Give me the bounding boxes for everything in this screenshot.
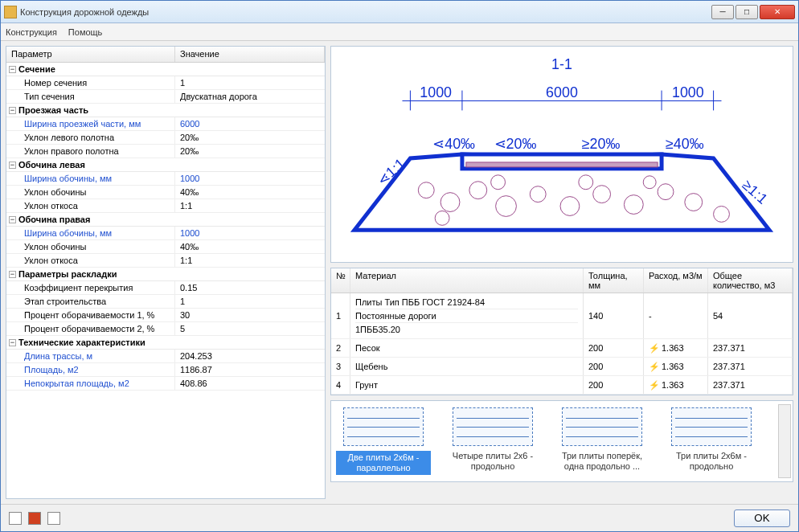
footer-icon-1[interactable] bbox=[9, 512, 22, 525]
prop-value[interactable]: 5 bbox=[175, 322, 325, 335]
svg-point-21 bbox=[560, 197, 580, 216]
pattern-thumb bbox=[343, 407, 424, 446]
group-Обочина левая[interactable]: −Обочина левая bbox=[6, 158, 325, 172]
prop-value[interactable]: 1:1 bbox=[175, 199, 325, 212]
prop-value[interactable]: Двускатная дорога bbox=[175, 90, 325, 103]
svg-point-17 bbox=[440, 193, 460, 212]
prop-row[interactable]: Уклон левого полотна20‰ bbox=[6, 131, 325, 145]
material-row[interactable]: 3Щебень200⚡1.363237.371 bbox=[331, 358, 793, 376]
pattern-option[interactable]: Три плиты поперёк, одна продольно ... bbox=[555, 407, 649, 475]
prop-row[interactable]: Ширина обочины, мм1000 bbox=[6, 172, 325, 186]
prop-label: Длина трассы, м bbox=[6, 350, 175, 362]
maximize-button[interactable]: □ bbox=[735, 5, 758, 19]
prop-label: Ширина проезжей части, мм bbox=[6, 117, 175, 130]
svg-point-26 bbox=[435, 211, 449, 225]
prop-value[interactable]: 204.253 bbox=[175, 350, 325, 362]
svg-point-23 bbox=[624, 195, 643, 215]
prop-value[interactable]: 6000 bbox=[175, 117, 325, 130]
mat-col-thickness[interactable]: Толщина, мм bbox=[584, 268, 644, 293]
group-Обочина правая[interactable]: −Обочина правая bbox=[6, 213, 325, 227]
prop-label: Уклон обочины bbox=[6, 240, 175, 253]
mat-col-n[interactable]: № bbox=[331, 268, 350, 293]
prop-row[interactable]: Уклон обочины40‰ bbox=[6, 186, 325, 199]
prop-row[interactable]: Коэффициент перекрытия0.15 bbox=[6, 281, 325, 295]
titlebar: Конструкция дорожной одежды ─ □ ✕ bbox=[1, 1, 798, 23]
pattern-thumb bbox=[671, 407, 752, 446]
prop-row[interactable]: Номер сечения1 bbox=[6, 76, 325, 90]
prop-value[interactable]: 1000 bbox=[175, 172, 325, 185]
prop-value[interactable]: 0.15 bbox=[175, 281, 325, 294]
pattern-option[interactable]: Четыре плиты 2х6 - продольно bbox=[445, 407, 540, 475]
pattern-option[interactable]: Две плиты 2х6м - параллельно bbox=[336, 407, 431, 475]
prop-value[interactable]: 1:1 bbox=[175, 254, 325, 267]
ok-button[interactable]: OK bbox=[734, 509, 790, 527]
prop-label: Ширина обочины, мм bbox=[6, 227, 175, 239]
menu-item-help[interactable]: Помощь bbox=[68, 27, 103, 37]
prop-label: Уклон обочины bbox=[6, 186, 175, 198]
close-button[interactable]: ✕ bbox=[760, 5, 795, 19]
material-row[interactable]: 1Плиты Тип ПББ ГОСТ 21924-84Постоянные д… bbox=[331, 293, 793, 339]
prop-label: Уклон правого полотна bbox=[6, 145, 175, 158]
svg-point-28 bbox=[491, 175, 506, 190]
svg-point-16 bbox=[418, 182, 434, 198]
prop-row[interactable]: Уклон откоса1:1 bbox=[6, 199, 325, 213]
pattern-option[interactable]: Три плиты 2х6м - продольно bbox=[664, 407, 759, 475]
prop-value[interactable]: 40‰ bbox=[175, 240, 325, 253]
footer-icon-2[interactable] bbox=[28, 512, 41, 525]
group-Сечение[interactable]: −Сечение bbox=[6, 63, 325, 76]
prop-row[interactable]: Уклон правого полотна20‰ bbox=[6, 145, 325, 158]
prop-value[interactable]: 40‰ bbox=[175, 186, 325, 198]
material-row[interactable]: 4Грунт200⚡1.363237.371 bbox=[331, 376, 793, 395]
prop-label: Процент оборачиваемости 2, % bbox=[6, 322, 175, 335]
prop-value[interactable]: 1186.87 bbox=[175, 363, 325, 376]
col-header-value[interactable]: Значение bbox=[175, 47, 325, 62]
prop-value[interactable]: 1 bbox=[175, 295, 325, 308]
prop-label: Коэффициент перекрытия bbox=[6, 281, 175, 294]
gallery-scrollbar[interactable] bbox=[778, 404, 791, 478]
window-title: Конструкция дорожной одежды bbox=[20, 7, 711, 17]
prop-row[interactable]: Длина трассы, м204.253 bbox=[6, 350, 325, 363]
prop-row[interactable]: Процент оборачиваемости 2, %5 bbox=[6, 322, 325, 336]
mat-col-rate[interactable]: Расход, м3/м bbox=[644, 268, 708, 293]
group-Параметры раскладки[interactable]: −Параметры раскладки bbox=[6, 268, 325, 281]
svg-text:6000: 6000 bbox=[546, 84, 578, 100]
prop-value[interactable]: 20‰ bbox=[175, 145, 325, 158]
svg-text:1000: 1000 bbox=[672, 84, 704, 100]
prop-row[interactable]: Ширина проезжей части, мм6000 bbox=[6, 117, 325, 131]
pattern-label: Две плиты 2х6м - параллельно bbox=[336, 451, 431, 475]
bolt-icon: ⚡ bbox=[649, 343, 660, 354]
app-window: Конструкция дорожной одежды ─ □ ✕ Констр… bbox=[0, 0, 799, 532]
prop-value[interactable]: 1 bbox=[175, 76, 325, 89]
prop-value[interactable]: 408.86 bbox=[175, 377, 325, 390]
prop-value[interactable]: 20‰ bbox=[175, 131, 325, 144]
prop-label: Уклон откоса bbox=[6, 199, 175, 212]
prop-row[interactable]: Процент оборачиваемости 1, %30 bbox=[6, 309, 325, 322]
col-header-param[interactable]: Параметр bbox=[6, 47, 175, 62]
menu-item-construction[interactable]: Конструкция bbox=[6, 27, 57, 37]
pattern-gallery: Две плиты 2х6м - параллельноЧетыре плиты… bbox=[330, 400, 793, 482]
prop-row[interactable]: Уклон обочины40‰ bbox=[6, 240, 325, 254]
prop-row[interactable]: Уклон откоса1:1 bbox=[6, 254, 325, 268]
material-row[interactable]: 2Песок200⚡1.363237.371 bbox=[331, 339, 793, 358]
footer-icon-3[interactable] bbox=[47, 512, 60, 525]
svg-point-19 bbox=[496, 196, 517, 217]
prop-label: Площадь, м2 bbox=[6, 363, 175, 376]
prop-row[interactable]: Площадь, м21186.87 bbox=[6, 363, 325, 377]
prop-value[interactable]: 1000 bbox=[175, 227, 325, 239]
prop-row[interactable]: Тип сеченияДвускатная дорога bbox=[6, 90, 325, 104]
pattern-label: Три плиты поперёк, одна продольно ... bbox=[555, 451, 649, 472]
minimize-button[interactable]: ─ bbox=[711, 5, 734, 19]
prop-value[interactable]: 30 bbox=[175, 309, 325, 321]
mat-col-material[interactable]: Материал bbox=[350, 268, 584, 293]
prop-row[interactable]: Ширина обочины, мм1000 bbox=[6, 227, 325, 240]
group-Технические характеристики[interactable]: −Технические характеристики bbox=[6, 336, 325, 350]
prop-row[interactable]: Этап строительства1 bbox=[6, 295, 325, 309]
prop-label: Процент оборачиваемости 1, % bbox=[6, 309, 175, 321]
property-grid: Параметр Значение −СечениеНомер сечения1… bbox=[6, 46, 326, 499]
cross-section-diagram: 1-1 1000 6000 1000 ⋖40‰ ⋖20‰ ≥20‰ ≥40‰ ⋖… bbox=[330, 46, 793, 263]
pattern-label: Четыре плиты 2х6 - продольно bbox=[445, 451, 540, 472]
bolt-icon: ⚡ bbox=[649, 380, 660, 391]
prop-row[interactable]: Непокрытая площадь, м2408.86 bbox=[6, 377, 325, 391]
mat-col-qty[interactable]: Общее количество, м3 bbox=[708, 268, 793, 293]
group-Проезжая часть[interactable]: −Проезжая часть bbox=[6, 104, 325, 117]
